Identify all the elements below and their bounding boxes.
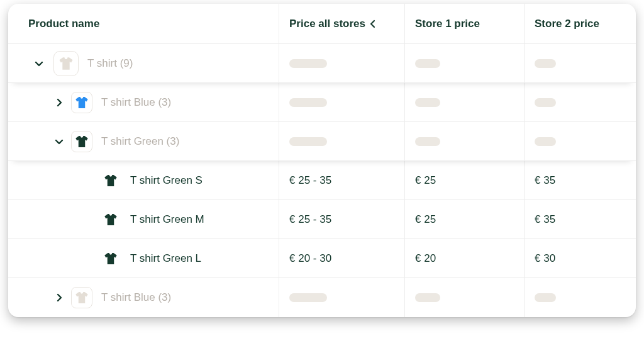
table-row: T shirt Blue (3) [8,278,636,317]
tshirt-icon [71,92,92,113]
cell-store2: € 30 [524,239,636,277]
cell-store2: € 35 [524,161,636,199]
cell-product-name: T shirt (9) [8,51,279,76]
col-header-label: Product name [28,18,99,30]
product-label: T shirt Green S [130,174,203,187]
cell-store2: € 35 [524,200,636,238]
chevron-left-icon [369,20,377,28]
cell-priceAll: € 25 - 35 [279,161,404,199]
placeholder-pill [535,59,556,68]
price-value: € 25 - 35 [289,174,331,187]
cell-store1: € 25 [404,200,524,238]
placeholder-pill [415,59,440,68]
table-header-row: Product name Price all stores Store 1 pr… [8,4,636,44]
cell-store2 [524,278,636,317]
product-label: T shirt Green (3) [101,135,179,148]
tshirt-icon [100,209,121,230]
price-value: € 35 [535,213,555,226]
cell-priceAll: € 20 - 30 [279,239,404,277]
table-row: T shirt Blue (3) [8,83,636,122]
product-price-table: Product name Price all stores Store 1 pr… [8,4,636,317]
cell-priceAll [279,44,404,82]
placeholder-pill [535,137,556,146]
tshirt-icon [71,131,92,152]
col-header-label: Price all stores [289,18,365,30]
product-label: T shirt Green M [130,213,204,226]
placeholder-pill [535,293,556,302]
placeholder-pill [415,137,440,146]
tshirt-icon [100,248,121,269]
cell-product-name: T shirt Green L [8,248,279,269]
col-header-product-name[interactable]: Product name [8,18,279,30]
price-value: € 25 - 35 [289,213,331,226]
cell-priceAll [279,122,404,160]
cell-store2 [524,122,636,160]
chevron-right-icon[interactable] [53,97,65,108]
cell-store1: € 20 [404,239,524,277]
price-value: € 25 [415,174,436,187]
cell-priceAll: € 25 - 35 [279,200,404,238]
cell-product-name: T shirt Green (3) [8,131,279,152]
price-value: € 35 [535,174,555,187]
placeholder-pill [289,98,327,107]
placeholder-pill [289,293,327,302]
cell-store1 [404,278,524,317]
price-value: € 20 [415,252,436,265]
price-value: € 25 [415,213,436,226]
chevron-down-icon[interactable] [53,136,65,147]
product-label: T shirt Blue (3) [101,291,171,304]
col-header-price-all[interactable]: Price all stores [279,4,404,43]
placeholder-pill [415,293,440,302]
col-header-label: Store 2 price [535,18,599,30]
chevron-right-icon[interactable] [53,292,65,303]
table-row: T shirt Green S€ 25 - 35€ 25€ 35 [8,161,636,200]
cell-product-name: T shirt Green S [8,170,279,191]
table-row: T shirt (9) [8,44,636,83]
cell-store2 [524,44,636,82]
product-label: T shirt Green L [130,252,201,265]
cell-product-name: T shirt Blue (3) [8,287,279,308]
product-label: T shirt Blue (3) [101,96,171,109]
cell-priceAll [279,278,404,317]
product-label: T shirt (9) [87,57,133,70]
placeholder-pill [289,59,327,68]
cell-store1 [404,44,524,82]
cell-priceAll [279,83,404,121]
price-value: € 20 - 30 [289,252,331,265]
price-value: € 30 [535,252,555,265]
chevron-down-icon[interactable] [33,58,45,69]
col-header-store2[interactable]: Store 2 price [524,4,636,43]
placeholder-pill [289,137,327,146]
table-row: T shirt Green M€ 25 - 35€ 25€ 35 [8,200,636,239]
placeholder-pill [535,98,556,107]
cell-store1: € 25 [404,161,524,199]
cell-store1 [404,83,524,121]
table-row: T shirt Green L€ 20 - 30€ 20€ 30 [8,239,636,278]
placeholder-pill [415,98,440,107]
tshirt-icon [71,287,92,308]
cell-store1 [404,122,524,160]
col-header-store1[interactable]: Store 1 price [404,4,524,43]
cell-store2 [524,83,636,121]
cell-product-name: T shirt Green M [8,209,279,230]
tshirt-icon [100,170,121,191]
col-header-label: Store 1 price [415,18,480,30]
tshirt-icon [53,51,79,76]
table-row: T shirt Green (3) [8,122,636,161]
cell-product-name: T shirt Blue (3) [8,92,279,113]
